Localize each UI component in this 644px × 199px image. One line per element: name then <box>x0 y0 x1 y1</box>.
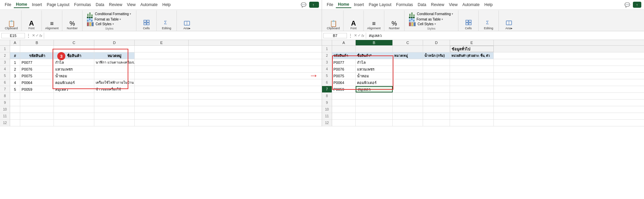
right-font-btn[interactable]: A Font <box>348 19 360 31</box>
right-menu-help[interactable]: Help <box>482 2 495 8</box>
right-conditional-formatting-btn[interactable]: Conditional Formatting ▾ <box>416 12 454 16</box>
right-number-btn[interactable]: % Number <box>388 20 401 31</box>
right-alignment-btn[interactable]: ≡ Alignment <box>366 20 382 31</box>
left-menu-view[interactable]: View <box>125 2 138 8</box>
right-cell-c5[interactable] <box>393 73 423 79</box>
left-col-header-e[interactable]: E <box>135 40 189 45</box>
left-cell-a3[interactable]: 1 <box>10 59 20 66</box>
right-cancel-icon[interactable]: ✕ <box>354 33 357 38</box>
right-cell-e4[interactable] <box>450 66 494 72</box>
right-cells-btn[interactable]: Cells <box>462 19 475 31</box>
left-menu-help[interactable]: Help <box>160 2 173 8</box>
right-cell-c3[interactable] <box>393 59 423 66</box>
right-cell-d3[interactable] <box>423 59 450 66</box>
right-chat-icon[interactable]: 💬 <box>623 1 632 9</box>
right-cell-a2[interactable]: รหัสสินค้า <box>332 52 356 59</box>
right-col-header-e[interactable]: E <box>450 40 494 45</box>
left-menu-formulas[interactable]: Formulas <box>72 2 93 8</box>
right-cell-c6[interactable] <box>393 79 423 86</box>
left-cell-b3[interactable]: P0077 <box>20 59 54 66</box>
right-cell-e1[interactable]: ข้อมูลทั่วไป <box>450 46 494 52</box>
left-menu-automate[interactable]: Automate <box>138 2 160 8</box>
left-cells-btn[interactable]: Cells <box>140 19 153 31</box>
right-col-header-c[interactable]: C <box>393 40 423 45</box>
right-cell-c2[interactable]: หมวดหมู่ <box>393 52 423 59</box>
right-cell-c1[interactable] <box>393 46 423 52</box>
left-cell-e2[interactable] <box>135 52 189 59</box>
right-cell-d1[interactable] <box>423 46 450 52</box>
left-menu-data[interactable]: Data <box>94 2 106 8</box>
right-menu-file[interactable]: File <box>325 2 335 8</box>
right-share-button[interactable]: ↑ <box>633 2 642 8</box>
left-menu-home[interactable]: Home <box>14 1 29 8</box>
right-cell-d4[interactable] <box>423 66 450 72</box>
right-cell-a3[interactable]: P0077 <box>332 59 356 66</box>
left-cell-b6[interactable]: P0064 <box>20 79 54 86</box>
right-menu-data[interactable]: Data <box>416 2 428 8</box>
left-cell-e5[interactable] <box>135 73 189 79</box>
left-clipboard-btn[interactable]: 📋 Clipboard <box>3 20 19 31</box>
left-col-header-b[interactable]: B <box>20 40 54 45</box>
left-name-box[interactable] <box>1 33 25 38</box>
right-menu-review[interactable]: Review <box>429 2 446 8</box>
left-menu-insert[interactable]: Insert <box>30 2 44 8</box>
right-cell-a4[interactable]: P0076 <box>332 66 356 72</box>
right-menu-insert[interactable]: Insert <box>352 2 366 8</box>
left-cell-e1[interactable] <box>135 46 189 52</box>
right-cell-b4[interactable]: แหวนเพชร <box>356 66 393 72</box>
right-cell-d7[interactable] <box>423 86 450 92</box>
left-cell-d3[interactable]: นาฬิกา แว่นตาและเครื่องประดับ <box>94 59 135 66</box>
left-format-table-btn[interactable]: Format as Table ▾ <box>94 17 122 22</box>
left-cell-a6[interactable]: 4 <box>10 79 20 86</box>
right-cell-b3[interactable]: กำไล <box>356 59 393 66</box>
left-cell-c7[interactable]: สมุเหลว <box>54 86 94 92</box>
left-menu-pagelayout[interactable]: Page Layout <box>45 2 71 8</box>
right-cell-c4[interactable] <box>393 66 423 72</box>
left-cell-d4[interactable] <box>94 66 135 72</box>
right-formula-input[interactable] <box>367 33 643 38</box>
left-confirm-icon[interactable]: ✓ <box>36 33 39 38</box>
left-cell-a4[interactable]: 2 <box>10 66 20 72</box>
right-ana-btn[interactable]: Ana▸ <box>503 19 515 31</box>
right-cell-e6[interactable] <box>450 79 494 86</box>
left-ana-btn[interactable]: Ana▸ <box>181 19 193 31</box>
left-number-btn[interactable]: % Number <box>66 20 79 31</box>
right-menu-formulas[interactable]: Formulas <box>394 2 415 8</box>
right-menu-home[interactable]: Home <box>336 1 351 8</box>
left-conditional-formatting-btn[interactable]: Conditional Formatting ▾ <box>94 12 132 16</box>
left-cell-a1[interactable] <box>10 46 20 52</box>
right-cell-a5[interactable]: P0075 <box>332 73 356 79</box>
right-cell-a7[interactable]: P0059 <box>332 86 356 92</box>
right-menu-pagelayout[interactable]: Page Layout <box>367 2 393 8</box>
right-cell-b7[interactable]: สมุเหลว <box>356 86 393 92</box>
left-cell-c1[interactable] <box>54 46 94 52</box>
left-cell-a7[interactable]: 5 <box>10 86 20 92</box>
right-cell-c7[interactable] <box>393 86 423 92</box>
right-cell-e5[interactable] <box>450 73 494 79</box>
right-cell-d6[interactable] <box>423 79 450 86</box>
left-cell-e7[interactable] <box>135 86 189 92</box>
left-col-header-a[interactable]: A <box>10 40 20 45</box>
left-editing-btn[interactable]: Σ Editing <box>161 19 173 31</box>
right-confirm-icon[interactable]: ✓ <box>358 33 361 38</box>
left-cell-a5[interactable]: 3 <box>10 73 20 79</box>
left-formula-input[interactable] <box>45 33 320 38</box>
left-cell-e3[interactable] <box>135 59 189 66</box>
right-col-header-a[interactable]: A <box>332 40 356 45</box>
left-cell-d6[interactable]: เครื่องใช้ไฟฟ้าภายในบ้าน <box>94 79 135 86</box>
left-cell-a2[interactable]: # <box>10 52 20 59</box>
left-cell-c6[interactable]: คอมพิวเตอร์ <box>54 79 94 86</box>
left-cell-b7[interactable]: P0059 <box>20 86 54 92</box>
right-cell-a1[interactable] <box>332 46 356 52</box>
left-cell-e6[interactable] <box>135 79 189 86</box>
right-name-box[interactable] <box>323 33 347 38</box>
left-cell-c4[interactable]: แหวนเพชร <box>54 66 94 72</box>
right-cell-a6[interactable]: P0064 <box>332 79 356 86</box>
right-col-header-d[interactable]: D <box>423 40 450 45</box>
right-format-table-btn[interactable]: Format as Table ▾ <box>416 17 444 22</box>
right-editing-btn[interactable]: Σ Editing <box>483 19 495 31</box>
left-menu-file[interactable]: File <box>3 2 13 8</box>
left-cell-b5[interactable]: P0075 <box>20 73 54 79</box>
right-cell-d2[interactable]: น้ำหนัก (กรัม) <box>423 52 450 59</box>
left-cell-d1[interactable] <box>94 46 135 52</box>
